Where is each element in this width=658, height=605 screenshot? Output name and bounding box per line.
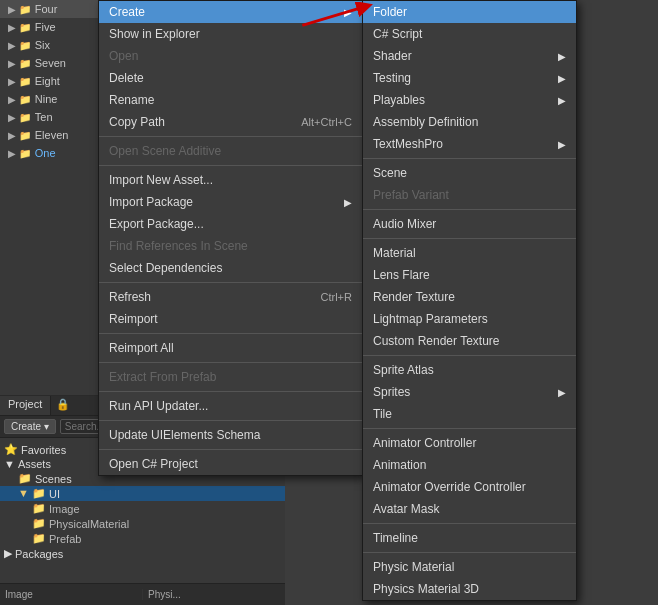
physical-material-folder-icon: 📁 (32, 517, 46, 530)
separator-8 (99, 449, 362, 450)
image-folder-icon: 📁 (32, 502, 46, 515)
create-submenu: Folder C# Script Shader ▶ Testing ▶ Play… (362, 0, 577, 601)
submenu-item-animator-controller[interactable]: Animator Controller (363, 432, 576, 454)
folder-icon: ▶ 📁 (8, 112, 31, 123)
submenu-item-physic-material[interactable]: Physic Material (363, 556, 576, 578)
sidebar-item-eight[interactable]: ▶ 📁 Eight (0, 72, 99, 90)
assets-arrow: ▼ (4, 458, 15, 470)
folder-icon: ▶ 📁 (8, 130, 31, 141)
separator-1 (99, 136, 362, 137)
folder-icon-blue: ▶ 📁 (8, 148, 31, 159)
folder-icon: ▶ 📁 (8, 22, 31, 33)
submenu-item-material[interactable]: Material (363, 242, 576, 264)
submenu-item-sprite-atlas[interactable]: Sprite Atlas (363, 359, 576, 381)
menu-item-extract-from-prefab: Extract From Prefab (99, 366, 362, 388)
sidebar-item-four[interactable]: ▶ 📁 Four (0, 0, 99, 18)
menu-item-export-package[interactable]: Export Package... (99, 213, 362, 235)
packages-arrow: ▶ (4, 547, 12, 560)
menu-item-find-references: Find References In Scene (99, 235, 362, 257)
sidebar-item-nine[interactable]: ▶ 📁 Nine (0, 90, 99, 108)
create-button[interactable]: Create ▾ (4, 419, 56, 434)
submenu-item-animation[interactable]: Animation (363, 454, 576, 476)
submenu-item-timeline[interactable]: Timeline (363, 527, 576, 549)
sidebar-item-one[interactable]: ▶ 📁 One (0, 144, 99, 162)
submenu-item-physics-material-3d[interactable]: Physics Material 3D (363, 578, 576, 600)
menu-item-import-new-asset[interactable]: Import New Asset... (99, 169, 362, 191)
ui-folder-item[interactable]: ▼ 📁 UI (0, 486, 285, 501)
submenu-item-render-texture[interactable]: Render Texture (363, 286, 576, 308)
separator-7 (99, 420, 362, 421)
separator-2 (99, 165, 362, 166)
folder-icon: ▶ 📁 (8, 58, 31, 69)
sidebar-item-seven[interactable]: ▶ 📁 Seven (0, 54, 99, 72)
submenu-item-avatar-mask[interactable]: Avatar Mask (363, 498, 576, 520)
menu-item-select-dependencies[interactable]: Select Dependencies (99, 257, 362, 279)
submenu-sep-2 (363, 209, 576, 210)
menu-item-open: Open (99, 45, 362, 67)
submenu-item-audio-mixer[interactable]: Audio Mixer (363, 213, 576, 235)
submenu-item-assembly-definition[interactable]: Assembly Definition (363, 111, 576, 133)
submenu-arrow-icon: ▶ (344, 7, 352, 18)
submenu-item-lens-flare[interactable]: Lens Flare (363, 264, 576, 286)
menu-item-show-explorer[interactable]: Show in Explorer (99, 23, 362, 45)
context-menu: Create ▶ Show in Explorer Open Delete Re… (98, 0, 363, 476)
bottom-columns-row: Image Physi... (0, 583, 285, 605)
separator-4 (99, 333, 362, 334)
menu-item-delete[interactable]: Delete (99, 67, 362, 89)
menu-item-refresh[interactable]: Refresh Ctrl+R (99, 286, 362, 308)
submenu-item-folder[interactable]: Folder (363, 1, 576, 23)
submenu-item-lightmap-parameters[interactable]: Lightmap Parameters (363, 308, 576, 330)
menu-item-rename[interactable]: Rename (99, 89, 362, 111)
submenu-item-testing[interactable]: Testing ▶ (363, 67, 576, 89)
prefab-folder-icon: 📁 (32, 532, 46, 545)
ui-folder-icon: ▼ 📁 (18, 487, 46, 500)
submenu-item-custom-render-texture[interactable]: Custom Render Texture (363, 330, 576, 352)
favorites-arrow: ⭐ (4, 443, 18, 456)
submenu-item-csharp-script[interactable]: C# Script (363, 23, 576, 45)
testing-arrow-icon: ▶ (558, 73, 566, 84)
submenu-item-prefab-variant: Prefab Variant (363, 184, 576, 206)
submenu-sep-7 (363, 552, 576, 553)
submenu-sep-3 (363, 238, 576, 239)
physical-material-folder-item[interactable]: 📁 PhysicalMaterial (0, 516, 285, 531)
submenu-item-animator-override[interactable]: Animator Override Controller (363, 476, 576, 498)
folder-icon: ▶ 📁 (8, 94, 31, 105)
menu-item-run-api-updater[interactable]: Run API Updater... (99, 395, 362, 417)
menu-item-open-scene-additive: Open Scene Additive (99, 140, 362, 162)
submenu-item-scene[interactable]: Scene (363, 162, 576, 184)
submenu-item-shader[interactable]: Shader ▶ (363, 45, 576, 67)
folder-icon: ▶ 📁 (8, 76, 31, 87)
menu-item-reimport-all[interactable]: Reimport All (99, 337, 362, 359)
menu-item-copy-path[interactable]: Copy Path Alt+Ctrl+C (99, 111, 362, 133)
playables-arrow-icon: ▶ (558, 95, 566, 106)
submenu-item-sprites[interactable]: Sprites ▶ (363, 381, 576, 403)
packages-section[interactable]: ▶ Packages (0, 546, 285, 561)
sidebar-item-ten[interactable]: ▶ 📁 Ten (0, 108, 99, 126)
separator-6 (99, 391, 362, 392)
sprites-arrow-icon: ▶ (558, 387, 566, 398)
submenu-sep-1 (363, 158, 576, 159)
menu-item-update-ui-elements[interactable]: Update UIElements Schema (99, 424, 362, 446)
column-physi: Physi... (143, 589, 285, 600)
submenu-sep-6 (363, 523, 576, 524)
submenu-item-tile[interactable]: Tile (363, 403, 576, 425)
column-image: Image (0, 589, 143, 600)
sidebar-item-five[interactable]: ▶ 📁 Five (0, 18, 99, 36)
menu-item-reimport[interactable]: Reimport (99, 308, 362, 330)
scenes-folder-icon: 📁 (18, 472, 32, 485)
image-folder-item[interactable]: 📁 Image (0, 501, 285, 516)
lock-icon[interactable]: 🔒 (51, 396, 75, 415)
menu-item-import-package[interactable]: Import Package ▶ (99, 191, 362, 213)
menu-item-create[interactable]: Create ▶ (99, 1, 362, 23)
menu-item-open-csharp[interactable]: Open C# Project (99, 453, 362, 475)
import-package-arrow: ▶ (344, 197, 352, 208)
shader-arrow-icon: ▶ (558, 51, 566, 62)
separator-5 (99, 362, 362, 363)
project-tab[interactable]: Project (0, 396, 51, 415)
submenu-item-playables[interactable]: Playables ▶ (363, 89, 576, 111)
sidebar-item-eleven[interactable]: ▶ 📁 Eleven (0, 126, 99, 144)
submenu-item-textmeshpro[interactable]: TextMeshPro ▶ (363, 133, 576, 155)
folder-icon: ▶ 📁 (8, 4, 31, 15)
sidebar-item-six[interactable]: ▶ 📁 Six (0, 36, 99, 54)
prefab-folder-item[interactable]: 📁 Prefab (0, 531, 285, 546)
